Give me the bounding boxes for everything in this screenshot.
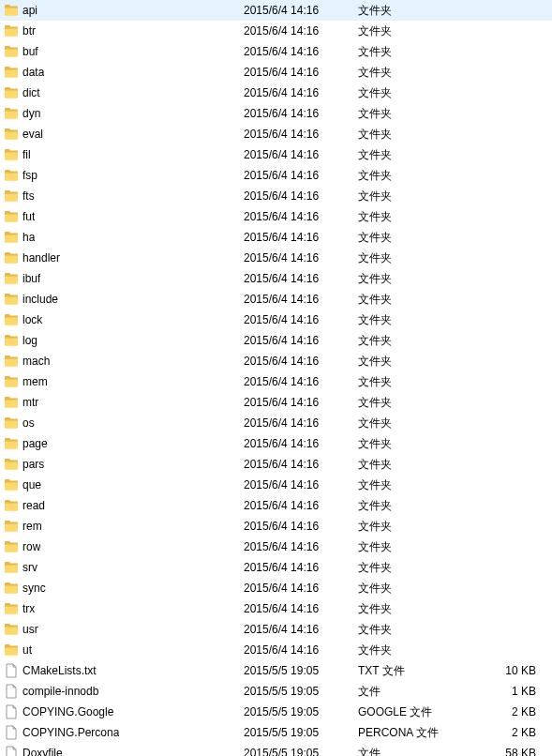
list-item[interactable]: handler2015/6/4 14:16文件夹 [0, 248, 552, 268]
list-item[interactable]: Doxyfile2015/5/5 19:05文件58 KB [0, 743, 552, 756]
type-cell: 文件夹 [358, 65, 470, 81]
folder-icon [4, 477, 19, 492]
folder-icon [4, 436, 19, 451]
list-item[interactable]: fsp2015/6/4 14:16文件夹 [0, 165, 552, 186]
list-item[interactable]: fts2015/6/4 14:16文件夹 [0, 186, 552, 206]
type-cell: 文件夹 [358, 271, 470, 287]
list-item[interactable]: lock2015/6/4 14:16文件夹 [0, 310, 552, 330]
item-name: api [22, 4, 37, 17]
list-item[interactable]: eval2015/6/4 14:16文件夹 [0, 124, 552, 144]
item-name: read [22, 499, 45, 512]
list-item[interactable]: srv2015/6/4 14:16文件夹 [0, 557, 552, 578]
date-cell: 2015/6/4 14:16 [244, 437, 358, 450]
date-cell: 2015/6/4 14:16 [244, 86, 358, 99]
list-item[interactable]: ibuf2015/6/4 14:16文件夹 [0, 268, 552, 289]
folder-icon [4, 271, 19, 286]
name-cell: srv [4, 560, 244, 575]
type-cell: 文件夹 [358, 539, 470, 555]
name-cell: usr [4, 622, 244, 637]
list-item[interactable]: pars2015/6/4 14:16文件夹 [0, 454, 552, 475]
file-icon [4, 746, 19, 756]
folder-icon [4, 374, 19, 389]
name-cell: COPYING.Google [4, 704, 244, 719]
name-cell: fts [4, 189, 244, 204]
date-cell: 2015/6/4 14:16 [244, 416, 358, 430]
name-cell: mem [4, 374, 244, 389]
item-name: COPYING.Google [22, 705, 113, 718]
type-cell: 文件夹 [358, 477, 470, 493]
list-item[interactable]: COPYING.Google2015/5/5 19:05GOOGLE 文件2 K… [0, 702, 552, 722]
name-cell: ha [4, 230, 244, 245]
item-name: lock [22, 313, 42, 326]
list-item[interactable]: mem2015/6/4 14:16文件夹 [0, 371, 552, 392]
list-item[interactable]: ut2015/6/4 14:16文件夹 [0, 640, 552, 660]
folder-icon [4, 189, 19, 204]
list-item[interactable]: mach2015/6/4 14:16文件夹 [0, 351, 552, 371]
name-cell: ibuf [4, 271, 244, 286]
list-item[interactable]: log2015/6/4 14:16文件夹 [0, 330, 552, 351]
date-cell: 2015/6/4 14:16 [244, 396, 358, 409]
date-cell: 2015/6/4 14:16 [244, 251, 358, 265]
type-cell: 文件夹 [358, 601, 470, 617]
list-item[interactable]: data2015/6/4 14:16文件夹 [0, 62, 552, 83]
name-cell: btr [4, 23, 244, 38]
list-item[interactable]: fut2015/6/4 14:16文件夹 [0, 206, 552, 227]
size-cell: 58 KB [470, 747, 544, 756]
name-cell: row [4, 539, 244, 554]
folder-icon [4, 3, 19, 18]
type-cell: 文件夹 [358, 560, 470, 576]
list-item[interactable]: trx2015/6/4 14:16文件夹 [0, 598, 552, 619]
type-cell: 文件夹 [358, 44, 470, 60]
list-item[interactable]: usr2015/6/4 14:16文件夹 [0, 619, 552, 640]
item-name: fts [22, 189, 35, 203]
date-cell: 2015/6/4 14:16 [244, 561, 358, 574]
list-item[interactable]: dyn2015/6/4 14:16文件夹 [0, 103, 552, 124]
name-cell: mtr [4, 395, 244, 410]
file-icon [4, 684, 19, 699]
list-item[interactable]: compile-innodb2015/5/5 19:05文件1 KB [0, 681, 552, 702]
list-item[interactable]: que2015/6/4 14:16文件夹 [0, 475, 552, 495]
size-cell: 1 KB [470, 685, 544, 698]
list-item[interactable]: rem2015/6/4 14:16文件夹 [0, 516, 552, 537]
size-cell: 2 KB [470, 705, 544, 718]
name-cell: dyn [4, 106, 244, 121]
list-item[interactable]: os2015/6/4 14:16文件夹 [0, 413, 552, 433]
name-cell: dict [4, 85, 244, 100]
list-item[interactable]: CMakeLists.txt2015/5/5 19:05TXT 文件10 KB [0, 660, 552, 681]
folder-icon [4, 539, 19, 554]
list-item[interactable]: dict2015/6/4 14:16文件夹 [0, 83, 552, 103]
name-cell: os [4, 416, 244, 431]
date-cell: 2015/5/5 19:05 [244, 685, 358, 698]
type-cell: 文件夹 [358, 250, 470, 266]
size-cell: 10 KB [470, 664, 544, 677]
list-item[interactable]: read2015/6/4 14:16文件夹 [0, 495, 552, 516]
list-item[interactable]: COPYING.Percona2015/5/5 19:05PERCONA 文件2… [0, 722, 552, 743]
list-item[interactable]: fil2015/6/4 14:16文件夹 [0, 144, 552, 165]
item-name: dyn [22, 107, 40, 120]
folder-icon [4, 312, 19, 327]
list-item[interactable]: ha2015/6/4 14:16文件夹 [0, 227, 552, 248]
item-name: fut [22, 210, 35, 223]
type-cell: 文件夹 [358, 168, 470, 184]
list-item[interactable]: row2015/6/4 14:16文件夹 [0, 537, 552, 557]
name-cell: ut [4, 643, 244, 658]
date-cell: 2015/6/4 14:16 [244, 643, 358, 657]
list-item[interactable]: btr2015/6/4 14:16文件夹 [0, 21, 552, 41]
item-name: data [22, 66, 44, 79]
list-item[interactable]: sync2015/6/4 14:16文件夹 [0, 578, 552, 598]
item-name: ibuf [22, 272, 40, 285]
list-item[interactable]: page2015/6/4 14:16文件夹 [0, 433, 552, 454]
date-cell: 2015/6/4 14:16 [244, 107, 358, 120]
list-item[interactable]: include2015/6/4 14:16文件夹 [0, 289, 552, 310]
list-item[interactable]: mtr2015/6/4 14:16文件夹 [0, 392, 552, 413]
name-cell: pars [4, 457, 244, 472]
list-item[interactable]: api2015/6/4 14:16文件夹 [0, 0, 552, 21]
date-cell: 2015/5/5 19:05 [244, 726, 358, 739]
date-cell: 2015/5/5 19:05 [244, 747, 358, 756]
list-item[interactable]: buf2015/6/4 14:16文件夹 [0, 41, 552, 62]
folder-icon [4, 147, 19, 162]
type-cell: 文件夹 [358, 395, 470, 411]
type-cell: 文件夹 [358, 189, 470, 204]
folder-icon [4, 601, 19, 616]
name-cell: compile-innodb [4, 684, 244, 699]
